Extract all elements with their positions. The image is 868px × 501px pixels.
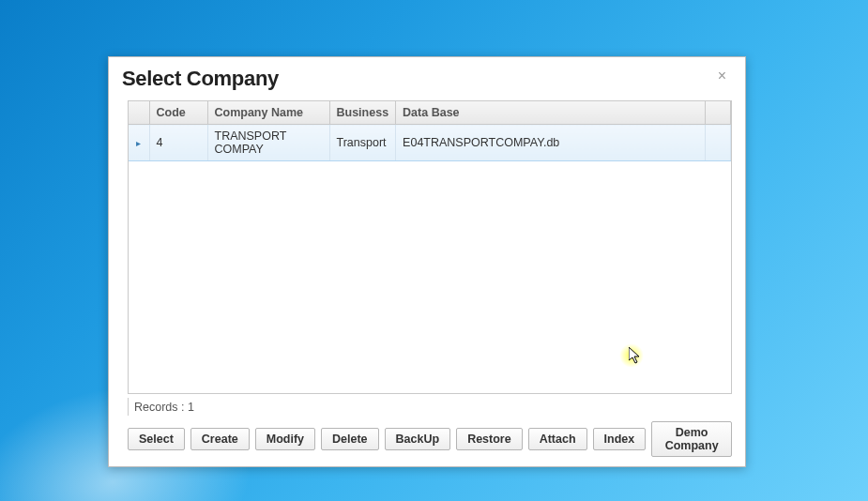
button-bar: Select Create Modify Delete BackUp Resto…	[128, 421, 732, 457]
cell-company-name[interactable]: TRANSPORT COMPAY	[207, 125, 329, 161]
table-row[interactable]: ▸ 4 TRANSPORT COMPAY Transport E04TRANSP…	[129, 125, 731, 161]
grid-header-indicator	[129, 101, 149, 125]
restore-button[interactable]: Restore	[456, 428, 523, 450]
grid-header-code[interactable]: Code	[149, 101, 207, 125]
cell-filler	[705, 125, 730, 161]
company-grid: Code Company Name Business Data Base ▸ 4…	[128, 100, 732, 394]
grid-header-row: Code Company Name Business Data Base	[129, 101, 731, 125]
dialog-title: Select Company	[122, 67, 279, 91]
select-company-dialog: Select Company × Code Company Name Busin…	[108, 56, 746, 467]
dialog-header: Select Company ×	[109, 57, 745, 97]
create-button[interactable]: Create	[190, 428, 250, 450]
backup-button[interactable]: BackUp	[385, 428, 451, 450]
demo-company-button[interactable]: Demo Company	[651, 421, 732, 457]
cell-code[interactable]: 4	[149, 125, 207, 161]
close-icon[interactable]: ×	[712, 67, 732, 85]
modify-button[interactable]: Modify	[255, 428, 315, 450]
grid-header-filler	[705, 101, 730, 125]
index-button[interactable]: Index	[593, 428, 647, 450]
cell-database[interactable]: E04TRANSPORTCOMPAY.db	[396, 125, 706, 161]
status-bar: Records : 1	[109, 398, 745, 421]
row-indicator-icon: ▸	[129, 125, 149, 161]
cell-business[interactable]: Transport	[329, 125, 396, 161]
select-button[interactable]: Select	[128, 428, 185, 450]
records-count: Records : 1	[128, 398, 194, 416]
grid-header-company-name[interactable]: Company Name	[207, 101, 329, 125]
delete-button[interactable]: Delete	[321, 428, 379, 450]
attach-button[interactable]: Attach	[528, 428, 587, 450]
grid-header-database[interactable]: Data Base	[396, 101, 706, 125]
grid-header-business[interactable]: Business	[329, 101, 396, 125]
